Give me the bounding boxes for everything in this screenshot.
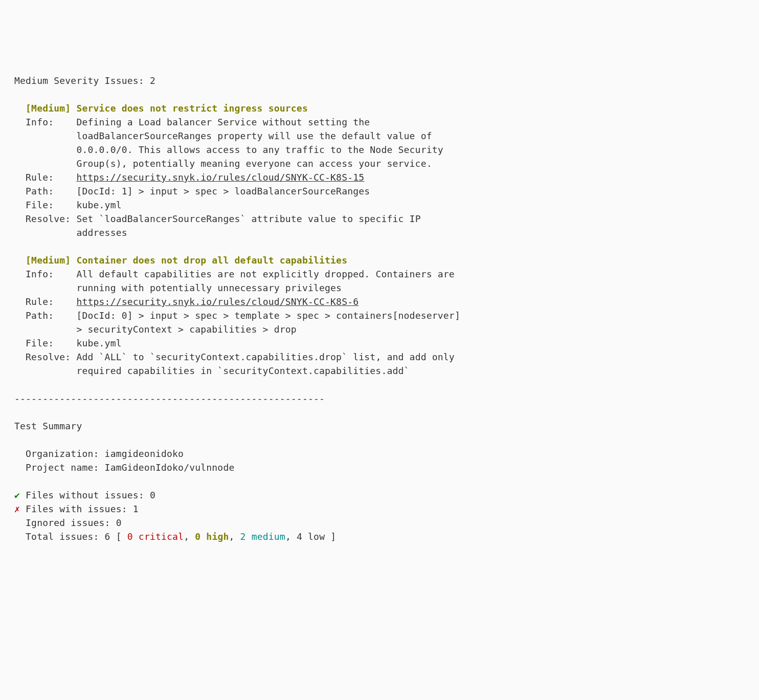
path-text: [DocId: 0] > input > spec > template > s… — [76, 310, 460, 321]
total-value: 6 — [105, 531, 110, 542]
info-text: loadBalancerSourceRanges property will u… — [76, 130, 432, 141]
terminal-output: Medium Severity Issues: 2 [Medium] Servi… — [14, 74, 745, 543]
rule-link[interactable]: https://security.snyk.io/rules/cloud/SNY… — [76, 296, 359, 307]
summary-title: Test Summary — [14, 421, 82, 431]
high-count: 0 high — [195, 531, 229, 542]
resolve-text: Set `loadBalancerSourceRanges` attribute… — [76, 213, 420, 224]
resolve-label: Resolve: — [26, 213, 71, 224]
file-value: kube.yml — [76, 338, 121, 348]
check-icon: ✔ — [14, 490, 20, 500]
sep: , — [184, 531, 189, 542]
files-ok-label: Files without issues: — [26, 490, 144, 500]
org-label: Organization: — [26, 448, 99, 459]
info-label: Info: — [26, 269, 54, 279]
file-value: kube.yml — [76, 200, 121, 210]
rule-label: Rule: — [26, 172, 54, 183]
rule-link[interactable]: https://security.snyk.io/rules/cloud/SNY… — [76, 172, 364, 183]
org-value: iamgideonidoko — [105, 448, 184, 459]
path-text: > securityContext > capabilities > drop — [76, 324, 296, 335]
low-count: 4 low — [297, 531, 325, 542]
issue-tag: [Medium] — [26, 255, 71, 266]
resolve-text: Add `ALL` to `securityContext.capabiliti… — [76, 352, 454, 362]
info-text: running with potentially unnecessary pri… — [76, 282, 342, 293]
issue-tag: [Medium] — [26, 103, 71, 114]
files-ok-value: 0 — [150, 490, 155, 500]
issue-title: Container does not drop all default capa… — [76, 255, 347, 266]
critical-count: 0 critical — [127, 531, 184, 542]
path-label: Path: — [26, 186, 54, 196]
severity-header: Medium Severity Issues: — [14, 75, 144, 86]
info-text: Group(s), potentially meaning everyone c… — [76, 158, 432, 169]
ignored-label: Ignored issues: — [26, 517, 110, 528]
sep: , — [285, 531, 291, 542]
bracket: ] — [330, 531, 336, 542]
info-text: Defining a Load balancer Service without… — [76, 117, 370, 127]
rule-label: Rule: — [26, 296, 54, 307]
path-text: [DocId: 1] > input > spec > loadBalancer… — [76, 186, 370, 196]
bracket: [ — [116, 531, 122, 542]
resolve-label: Resolve: — [26, 352, 71, 362]
info-text: 0.0.0.0/0. This allows access to any tra… — [76, 144, 443, 155]
file-label: File: — [26, 338, 54, 348]
resolve-text: required capabilities in `securityContex… — [76, 365, 409, 376]
file-label: File: — [26, 200, 54, 210]
cross-icon: ✗ — [14, 504, 20, 514]
severity-count: 2 — [150, 75, 155, 86]
files-bad-value: 1 — [133, 504, 139, 514]
info-label: Info: — [26, 117, 54, 127]
total-label: Total issues: — [26, 531, 99, 542]
info-text: All default capabilities are not explici… — [76, 269, 454, 279]
sep: , — [229, 531, 235, 542]
medium-count: 2 medium — [240, 531, 285, 542]
issue-title: Service does not restrict ingress source… — [76, 103, 308, 114]
divider: ----------------------------------------… — [14, 393, 325, 404]
resolve-text: addresses — [76, 227, 127, 238]
project-label: Project name: — [26, 462, 99, 473]
files-bad-label: Files with issues: — [26, 504, 127, 514]
ignored-value: 0 — [116, 517, 122, 528]
path-label: Path: — [26, 310, 54, 321]
project-value: IamGideonIdoko/vulnnode — [105, 462, 235, 473]
